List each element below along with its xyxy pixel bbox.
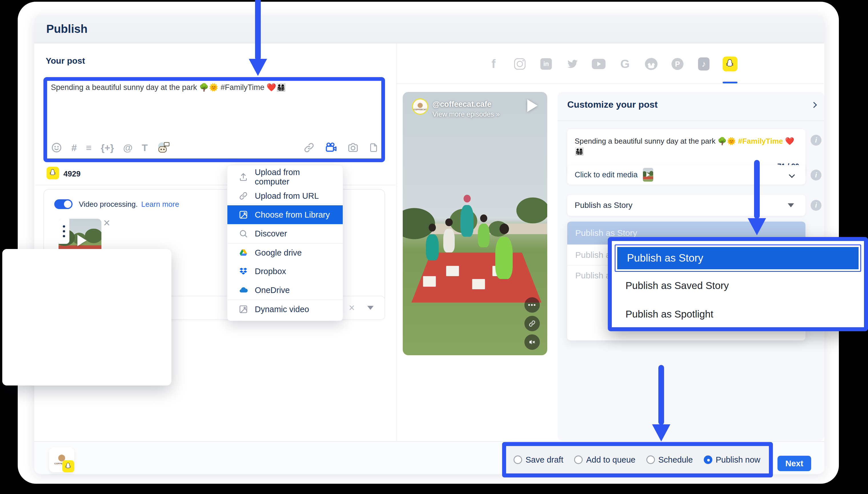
twitter-icon[interactable] — [565, 57, 580, 71]
edit-media-row[interactable]: Click to edit media — [567, 165, 806, 185]
merge-tag-icon[interactable]: {+} — [101, 142, 114, 153]
menu-item-dropbox[interactable]: Dropbox — [227, 262, 343, 281]
link-button[interactable] — [524, 316, 540, 331]
image-icon — [239, 305, 248, 314]
media-mini-thumbnail — [643, 168, 653, 182]
dropbox-icon — [239, 267, 248, 276]
emoji-picker-icon[interactable] — [51, 142, 62, 153]
facebook-icon[interactable]: f — [486, 57, 501, 71]
radio-circle-selected[interactable] — [704, 455, 712, 464]
snapchat-count-badge — [46, 167, 59, 179]
radio-circle[interactable] — [574, 455, 583, 464]
edit-media-label: Click to edit media — [575, 170, 638, 179]
onedrive-icon — [239, 286, 248, 295]
mute-button[interactable] — [524, 335, 540, 350]
link-icon — [239, 191, 248, 201]
radio-publish-now[interactable]: Publish now — [704, 455, 760, 464]
post-editor-text[interactable]: Spending a beautiful sunny day at the pa… — [51, 83, 374, 92]
menu-item-upload-computer[interactable]: Upload from computer — [227, 168, 343, 187]
snapchat-icon-active[interactable] — [723, 57, 737, 71]
caption-hashtag: #FamilyTime — [738, 137, 783, 145]
info-icon[interactable]: i — [811, 170, 822, 180]
publish-type-callout: Publish as Story Publish as Saved Story … — [608, 237, 868, 331]
chevron-down-icon[interactable] — [789, 172, 795, 177]
video-processing-toggle[interactable] — [54, 199, 73, 209]
drag-handle-icon[interactable] — [59, 219, 70, 244]
linkedin-icon[interactable]: in — [539, 57, 553, 71]
editor-toolbar-left: # ≡ {+} @ T — [51, 141, 170, 154]
hashtag-icon[interactable]: # — [71, 142, 77, 153]
image-icon — [239, 210, 248, 219]
mention-icon[interactable]: @ — [123, 142, 133, 153]
column-divider — [396, 43, 397, 441]
ai-assistant-icon[interactable] — [157, 141, 170, 154]
video-upload-icon[interactable] — [324, 141, 338, 154]
menu-item-dynamic-video[interactable]: Dynamic video — [227, 300, 343, 318]
remove-media-icon[interactable]: × — [103, 216, 110, 229]
editor-toolbar-right — [303, 141, 379, 154]
preview-person — [443, 229, 455, 252]
menu-item-onedrive[interactable]: OneDrive — [227, 281, 343, 300]
snapchat-account-badge — [62, 460, 74, 472]
annotation-arrowhead-dropdown — [748, 218, 766, 235]
clear-icon[interactable]: × — [349, 302, 355, 314]
saved-captions-icon[interactable]: ≡ — [86, 142, 92, 153]
callout-option-spotlight[interactable]: Publish as Spotlight — [625, 306, 713, 322]
video-processing-label: Video processing. — [79, 200, 138, 209]
modal-header: Publish — [34, 15, 824, 43]
account-handle[interactable]: @coffeecat.cafe — [432, 100, 491, 109]
annotation-arrowhead-post — [249, 59, 267, 76]
instagram-icon[interactable] — [512, 57, 527, 71]
learn-more-link[interactable]: Learn more — [141, 200, 179, 209]
radio-circle[interactable] — [646, 455, 655, 464]
menu-item-discover[interactable]: Discover — [227, 224, 343, 243]
youtube-icon[interactable] — [591, 57, 606, 71]
view-more-episodes-link[interactable]: View more episodes » — [432, 110, 500, 118]
avatar[interactable]: COFFEECAT — [412, 98, 429, 115]
radio-save-draft[interactable]: Save draft — [513, 455, 563, 464]
reddit-icon[interactable] — [644, 57, 659, 71]
social-row-divider — [397, 83, 824, 84]
camera-icon[interactable] — [347, 142, 359, 153]
snapchat-ghost-icon — [48, 169, 57, 177]
file-icon[interactable] — [369, 142, 379, 153]
menu-item-google-drive[interactable]: Google drive — [227, 243, 343, 262]
publish-options-highlight: Save draft Add to queue Schedule Publish… — [502, 442, 773, 477]
annotation-arrow-dropdown — [754, 160, 760, 219]
character-limit-count: 4929 — [63, 170, 80, 178]
play-icon — [77, 235, 87, 246]
story-preview: COFFEECAT @coffeecat.cafe View more epis… — [403, 92, 547, 355]
info-icon[interactable]: i — [811, 200, 822, 211]
annotation-arrow-post — [255, 0, 261, 60]
text-format-icon[interactable]: T — [141, 142, 148, 153]
page-title: Publish — [46, 22, 88, 35]
link-icon[interactable] — [303, 142, 315, 153]
customize-title: Customize your post — [567, 99, 658, 110]
tiktok-icon[interactable]: ♪ — [696, 57, 711, 71]
radio-add-to-queue[interactable]: Add to queue — [574, 455, 636, 464]
callout-option-saved-story[interactable]: Publish as Saved Story — [625, 278, 729, 293]
play-icon[interactable] — [527, 99, 537, 112]
radio-circle[interactable] — [513, 455, 522, 464]
publish-type-select[interactable]: Publish as Story — [567, 195, 806, 216]
next-button[interactable]: Next — [777, 456, 811, 471]
expand-caret-icon[interactable] — [367, 306, 374, 310]
your-post-label: Your post — [46, 56, 85, 66]
google-icon[interactable]: G — [618, 57, 633, 71]
pinterest-icon[interactable]: P — [670, 57, 685, 71]
menu-item-upload-url[interactable]: Upload from URL — [227, 187, 343, 205]
video-processing-row: Video processing. Learn more — [79, 200, 179, 209]
radio-schedule[interactable]: Schedule — [646, 455, 693, 464]
preview-person — [460, 205, 474, 237]
google-drive-icon — [239, 248, 248, 257]
menu-item-choose-library[interactable]: Choose from Library — [227, 205, 343, 224]
page-background: Publish Your post Spending a beautiful s… — [0, 0, 868, 494]
info-icon[interactable]: i — [811, 135, 822, 146]
preview-person — [426, 234, 439, 261]
alt-text-modal — [2, 249, 171, 385]
upload-icon — [239, 172, 248, 182]
more-options-button[interactable]: ••• — [524, 297, 540, 313]
active-tab-underline — [723, 82, 737, 83]
callout-option-story-selected[interactable]: Publish as Story — [615, 244, 861, 272]
select-caret-icon — [788, 203, 794, 207]
